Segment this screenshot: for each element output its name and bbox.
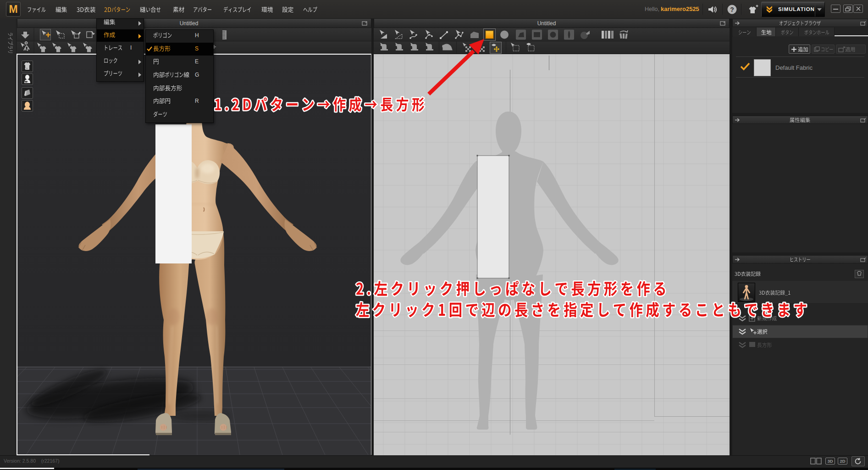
svg-text:?: ?	[730, 6, 734, 13]
